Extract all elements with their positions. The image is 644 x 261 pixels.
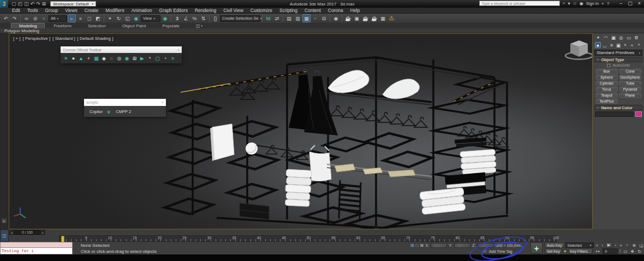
menu-scripting[interactable]: Scripting (279, 8, 297, 13)
autogrid-checkbox[interactable] (607, 64, 610, 67)
3dsmax-logo-icon[interactable]: 3 (0, 0, 8, 8)
render-iterative-icon[interactable]: ☕ (370, 14, 378, 22)
tab-object-paint[interactable]: Object Paint (115, 23, 154, 28)
copitor-button[interactable]: Copitor (90, 109, 103, 114)
object-type-button-teapot[interactable]: Teapot (596, 93, 618, 98)
rendered-frame-window-icon[interactable]: ▣ (353, 14, 361, 22)
name-and-color-rollout[interactable]: −Name and Color (594, 105, 642, 110)
spacewarps-category-icon[interactable]: ≈ (629, 42, 635, 48)
shapes-category-icon[interactable]: ◡ (602, 42, 608, 48)
object-type-button-pyramid[interactable]: Pyramid (619, 87, 641, 92)
corona-eye-icon[interactable]: ◔ (162, 54, 169, 62)
helpers-category-icon[interactable]: ⌖ (622, 42, 628, 48)
green-chevron-icon[interactable]: » (106, 110, 112, 112)
next-frame-button[interactable]: › (613, 242, 618, 248)
menu-corona[interactable]: Corona (328, 8, 343, 13)
frame-back-forward[interactable]: ◄► (594, 248, 601, 254)
undo-icon[interactable]: ↶ (31, 1, 35, 7)
unlink-icon[interactable]: ⊘ (31, 14, 39, 22)
listener-macro-row[interactable] (0, 242, 73, 248)
maxscript-mini-listener[interactable]: Testing for i (0, 242, 73, 254)
placement-icon[interactable]: ◉ (132, 14, 140, 22)
scene-explorer-icon[interactable]: ▥ (294, 14, 302, 22)
search-input[interactable] (479, 1, 560, 6)
menu-civil-view[interactable]: Civil View (223, 8, 243, 13)
tab-modeling[interactable]: Modeling (11, 23, 45, 28)
maximize-button[interactable]: ▢ (628, 1, 633, 6)
animation-range[interactable]: 0 / 100 (14, 230, 40, 235)
menu-modifiers[interactable]: Modifiers (105, 8, 124, 13)
menu-animation[interactable]: Animation (132, 8, 152, 13)
zoom-tool-icon[interactable]: ⌕ (624, 242, 630, 248)
geometry-category-icon[interactable]: ● (595, 42, 601, 48)
corona-sphere-light-icon[interactable]: ● (70, 54, 77, 62)
percent-snap-icon[interactable]: % (190, 14, 199, 22)
object-type-button-cylinder[interactable]: Cylinder (596, 81, 618, 86)
pan-icon[interactable]: ✥ (629, 248, 635, 254)
menu-rendering[interactable]: Rendering (195, 8, 216, 13)
perspective-viewport[interactable]: [ + ] [ Perspective ] [ Standard ] [ Def… (9, 33, 593, 229)
use-pivot-center-icon[interactable]: ◉ (161, 14, 169, 22)
modify-tab-icon[interactable]: ◠ (603, 34, 609, 40)
object-type-button-plane[interactable]: Plane (619, 93, 641, 98)
spinner-snap-icon[interactable]: ⇅ (199, 14, 207, 22)
object-type-button-cone[interactable]: Cone (619, 69, 641, 74)
menu-help[interactable]: Help (350, 8, 360, 13)
key-filters-button[interactable]: Key Filters... (568, 248, 593, 254)
align-icon[interactable]: ⇄ (273, 14, 281, 22)
menu-views[interactable]: Views (65, 8, 77, 13)
zoom-region-icon[interactable]: ▭ (622, 248, 628, 254)
lights-category-icon[interactable]: ☀ (609, 42, 615, 48)
select-object-icon[interactable]: ▹ (68, 14, 76, 22)
select-scale-icon[interactable]: ◱ (123, 14, 132, 22)
object-type-button-box[interactable]: Box (596, 69, 618, 74)
go-to-end-button[interactable]: » (619, 242, 623, 248)
workspace-dropdown[interactable]: Workspace: Default ▾ (50, 1, 96, 7)
go-to-start-button[interactable]: « (595, 242, 599, 248)
mirror-icon[interactable]: M (264, 14, 272, 22)
set-key-button[interactable]: Set Key (545, 248, 562, 254)
project-toggle-icon[interactable]: ⊞ (42, 1, 46, 7)
save-file-icon[interactable]: ◫ (24, 1, 29, 7)
create-tab-icon[interactable]: + (595, 34, 601, 40)
corona-lamp-icon[interactable]: ¤ (169, 54, 176, 62)
z-coordinate-field[interactable] (478, 243, 494, 248)
menu-graph-editors[interactable]: Graph Editors (159, 8, 187, 13)
caret-icon[interactable]: ▾ (568, 1, 570, 6)
autogrid-checkbox-row[interactable]: AutoGrid (593, 62, 644, 68)
ribbon-config-icon[interactable]: ◫▾ (188, 23, 210, 28)
y-coordinate-field[interactable] (454, 243, 470, 248)
hierarchy-tab-icon[interactable]: ▣ (610, 34, 617, 40)
render-in-cloud-icon[interactable]: ▦ (379, 14, 387, 22)
corona-scatter-icon[interactable]: + (85, 54, 92, 62)
viewport-menu-view[interactable]: [ Perspective ] (23, 36, 51, 41)
help-icon[interactable]: ? (607, 1, 609, 6)
snaps-toggle-icon[interactable]: 3 (173, 14, 181, 22)
play-button[interactable]: ▶ (606, 242, 612, 248)
tab-populate[interactable]: Populate (154, 23, 187, 28)
menu-customize[interactable]: Customize (251, 8, 272, 13)
menu-content[interactable]: Content (305, 8, 321, 13)
auto-key-button[interactable]: Auto Key (545, 242, 564, 248)
curve-editor-icon[interactable]: ~ (311, 14, 319, 22)
menu-edit[interactable]: Edit (12, 8, 20, 13)
current-frame-field[interactable]: 0 (603, 248, 618, 254)
menu-group[interactable]: Group (45, 8, 58, 13)
layer-manager-icon[interactable]: ▤ (285, 14, 293, 22)
select-move-icon[interactable]: + (106, 14, 114, 22)
menu-tools[interactable]: Tools (27, 8, 38, 13)
utilities-tab-icon[interactable]: ⚙ (633, 34, 640, 40)
absolute-mode-icon[interactable]: ⊠ (420, 243, 424, 248)
tab-selection[interactable]: Selection (80, 23, 114, 28)
isolate-selection-icon[interactable]: ⊞ (410, 243, 414, 248)
close-small-icon[interactable]: × (601, 1, 604, 6)
object-type-button-tube[interactable]: Tube (619, 81, 641, 86)
schematic-view-icon[interactable]: ⊟ (320, 14, 328, 22)
select-rotate-icon[interactable]: ↻ (115, 14, 123, 22)
search-icon[interactable]: ⌕ (563, 1, 565, 6)
favorites-icon[interactable]: ☆ (573, 1, 577, 6)
viewport-menu-shading[interactable]: [ Default Shading ] (77, 36, 114, 41)
display-tab-icon[interactable]: ▭ (625, 34, 632, 40)
zoom-extents-icon[interactable]: ◲ (639, 242, 644, 248)
scripts-window[interactable]: scripts × Copitor » CMPP 2 (84, 99, 166, 117)
